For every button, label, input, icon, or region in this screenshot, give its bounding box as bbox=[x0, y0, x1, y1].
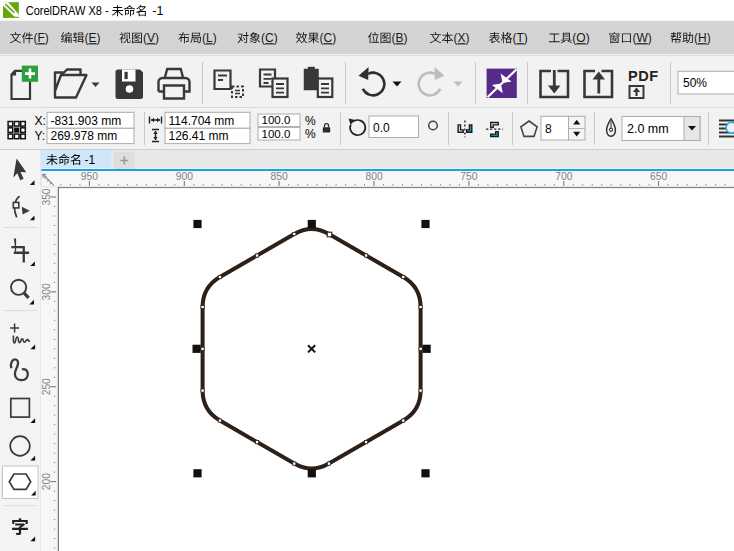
svg-text:126.41 mm: 126.41 mm bbox=[169, 129, 229, 143]
svg-text:X:: X: bbox=[35, 114, 46, 128]
svg-text:50%: 50% bbox=[683, 76, 707, 90]
svg-text:(F): (F) bbox=[34, 31, 49, 45]
svg-text:2.0 mm: 2.0 mm bbox=[627, 122, 669, 136]
svg-text:(X): (X) bbox=[454, 31, 470, 45]
svg-text:%: % bbox=[305, 127, 316, 141]
svg-text:(W): (W) bbox=[632, 31, 651, 45]
svg-text:8: 8 bbox=[545, 122, 552, 136]
svg-text:0.0: 0.0 bbox=[373, 121, 390, 135]
svg-text:700: 700 bbox=[555, 171, 572, 182]
svg-text:-1: -1 bbox=[152, 4, 163, 18]
svg-text:100.0: 100.0 bbox=[262, 114, 291, 126]
svg-text:(T): (T) bbox=[513, 31, 528, 45]
svg-text:(B): (B) bbox=[392, 31, 408, 45]
svg-text:(O): (O) bbox=[572, 31, 589, 45]
svg-text:(H): (H) bbox=[694, 31, 711, 45]
svg-text:-831.903 mm: -831.903 mm bbox=[51, 114, 122, 128]
svg-text:(L): (L) bbox=[202, 31, 217, 45]
svg-text:900: 900 bbox=[176, 171, 193, 182]
svg-text:(C): (C) bbox=[320, 31, 337, 45]
svg-text:CorelDRAW X8 -: CorelDRAW X8 - bbox=[26, 4, 109, 18]
svg-text:950: 950 bbox=[81, 171, 98, 182]
svg-text:269.978 mm: 269.978 mm bbox=[51, 129, 118, 143]
svg-text:PDF: PDF bbox=[628, 68, 659, 84]
svg-text:Y:: Y: bbox=[35, 129, 46, 143]
svg-text:850: 850 bbox=[271, 171, 288, 182]
svg-text:114.704 mm: 114.704 mm bbox=[169, 114, 235, 128]
svg-text:650: 650 bbox=[650, 171, 667, 182]
svg-text:(C): (C) bbox=[261, 31, 278, 45]
svg-text:100.0: 100.0 bbox=[262, 128, 291, 140]
svg-text:750: 750 bbox=[460, 171, 477, 182]
svg-text:-1: -1 bbox=[85, 153, 96, 167]
svg-text:(E): (E) bbox=[85, 31, 101, 45]
svg-text:%: % bbox=[305, 114, 316, 128]
svg-text:800: 800 bbox=[365, 171, 382, 182]
svg-text:(V): (V) bbox=[143, 31, 159, 45]
